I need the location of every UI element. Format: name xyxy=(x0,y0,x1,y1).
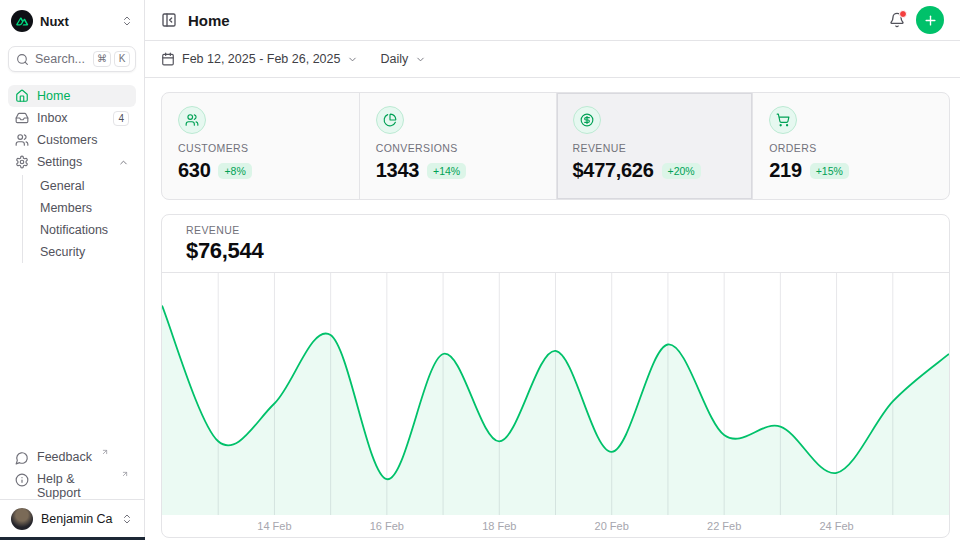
workspace-name: Nuxt xyxy=(40,14,114,29)
stat-label: CONVERSIONS xyxy=(376,142,540,154)
sidebar-item-feedback[interactable]: Feedback xyxy=(8,448,136,470)
filter-toolbar: Feb 12, 2025 - Feb 26, 2025 Daily xyxy=(145,41,960,78)
stat-value: $477,626 xyxy=(573,159,654,182)
external-link-icon xyxy=(101,448,109,456)
notifications-button[interactable] xyxy=(889,12,905,28)
sidebar-item-label: Inbox xyxy=(37,111,68,125)
kbd-k: K xyxy=(114,51,130,67)
sidebar-item-settings[interactable]: Settings xyxy=(8,151,136,173)
svg-text:20 Feb: 20 Feb xyxy=(595,520,629,532)
sidebar-item-notifications[interactable]: Notifications xyxy=(23,219,136,241)
sidebar-item-label: Settings xyxy=(37,155,82,169)
main-area: Home Feb 12, 2025 - Feb 26, 2025 xyxy=(145,0,960,540)
user-name: Benjamin Canac xyxy=(41,512,113,526)
svg-text:24 Feb: 24 Feb xyxy=(819,520,853,532)
revenue-chart[interactable]: 14 Feb16 Feb18 Feb20 Feb22 Feb24 Feb xyxy=(162,273,949,537)
workspace-selector[interactable]: Nuxt xyxy=(8,9,136,33)
stat-value: 630 xyxy=(178,159,210,182)
svg-text:18 Feb: 18 Feb xyxy=(482,520,516,532)
kbd-meta: ⌘ xyxy=(93,51,111,67)
inbox-count-badge: 4 xyxy=(113,111,129,126)
sidebar-item-label: Feedback xyxy=(37,450,92,464)
page-title: Home xyxy=(188,12,230,29)
stat-delta-badge: +15% xyxy=(810,163,849,179)
chat-bubble-icon xyxy=(15,451,29,465)
plus-icon xyxy=(923,13,938,28)
sidebar-item-label: Home xyxy=(37,89,70,103)
gear-icon xyxy=(15,155,29,169)
nuxt-logo-icon xyxy=(11,10,33,32)
stat-label: REVENUE xyxy=(573,142,737,154)
sidebar-item-customers[interactable]: Customers xyxy=(8,129,136,151)
stat-card-customers[interactable]: CUSTOMERS 630 +8% xyxy=(162,93,359,199)
inbox-icon xyxy=(15,111,29,125)
search-shortcut: ⌘ K xyxy=(93,51,130,67)
search-placeholder: Search... xyxy=(35,52,85,66)
svg-text:22 Feb: 22 Feb xyxy=(707,520,741,532)
stat-delta-badge: +8% xyxy=(218,163,251,179)
sidebar-item-label: Help & Support xyxy=(37,472,112,500)
date-range-label: Feb 12, 2025 - Feb 26, 2025 xyxy=(182,52,340,66)
app-window: Nuxt Search... ⌘ K Home xyxy=(0,0,960,540)
sidebar: Nuxt Search... ⌘ K Home xyxy=(0,0,145,540)
users-icon xyxy=(15,133,29,147)
external-link-icon xyxy=(121,470,129,478)
period-label: Daily xyxy=(380,52,408,66)
notification-dot xyxy=(899,10,907,18)
user-menu[interactable]: Benjamin Canac xyxy=(8,500,136,534)
sidebar-nav: Home Inbox 4 Customers Settings xyxy=(8,85,136,265)
sidebar-item-members[interactable]: Members xyxy=(23,197,136,219)
stat-value: 219 xyxy=(769,159,801,182)
chevron-down-icon xyxy=(415,54,426,65)
info-circle-icon xyxy=(15,473,29,487)
date-range-picker[interactable]: Feb 12, 2025 - Feb 26, 2025 xyxy=(161,52,358,66)
stat-card-revenue[interactable]: REVENUE $477,626 +20% xyxy=(556,93,753,199)
sidebar-item-home[interactable]: Home xyxy=(8,85,136,107)
sidebar-item-label: Customers xyxy=(37,133,97,147)
page-header: Home xyxy=(145,0,960,41)
period-select[interactable]: Daily xyxy=(380,52,426,66)
stat-value: 1343 xyxy=(376,159,419,182)
dollar-circle-icon xyxy=(580,113,594,127)
pie-chart-icon xyxy=(383,113,397,127)
settings-subnav: General Members Notifications Security xyxy=(22,175,136,263)
stat-label: ORDERS xyxy=(769,142,933,154)
sidebar-item-general[interactable]: General xyxy=(23,175,136,197)
stat-delta-badge: +20% xyxy=(662,163,701,179)
cart-icon xyxy=(776,113,790,127)
sidebar-item-security[interactable]: Security xyxy=(23,241,136,263)
revenue-chart-svg: 14 Feb16 Feb18 Feb20 Feb22 Feb24 Feb xyxy=(162,273,949,537)
chevrons-up-down-icon xyxy=(121,513,133,525)
collapse-sidebar-button[interactable] xyxy=(161,12,177,28)
dashboard-content: CUSTOMERS 630 +8% CONVERSIONS 1343 +14% xyxy=(145,78,960,540)
sidebar-item-help-support[interactable]: Help & Support xyxy=(8,470,136,492)
chart-metric-label: REVENUE xyxy=(186,224,925,236)
chart-header: REVENUE $76,544 xyxy=(162,215,949,273)
chevron-down-icon xyxy=(347,54,358,65)
chevron-up-icon xyxy=(118,157,129,168)
panel-left-close-icon xyxy=(161,12,177,28)
svg-text:14 Feb: 14 Feb xyxy=(257,520,291,532)
house-icon xyxy=(15,89,29,103)
calendar-icon xyxy=(161,52,175,66)
chart-metric-value: $76,544 xyxy=(186,239,925,263)
sidebar-item-inbox[interactable]: Inbox 4 xyxy=(8,107,136,129)
svg-text:16 Feb: 16 Feb xyxy=(370,520,404,532)
add-new-button[interactable] xyxy=(916,6,944,34)
stat-delta-badge: +14% xyxy=(427,163,466,179)
stat-label: CUSTOMERS xyxy=(178,142,343,154)
stat-card-orders[interactable]: ORDERS 219 +15% xyxy=(752,93,949,199)
search-input[interactable]: Search... ⌘ K xyxy=(8,46,136,72)
avatar xyxy=(11,508,33,530)
sidebar-spacer xyxy=(8,265,136,448)
chevrons-up-down-icon xyxy=(121,15,133,27)
users-icon xyxy=(185,113,199,127)
stat-card-conversions[interactable]: CONVERSIONS 1343 +14% xyxy=(359,93,556,199)
stats-row: CUSTOMERS 630 +8% CONVERSIONS 1343 +14% xyxy=(161,92,950,200)
revenue-chart-card: REVENUE $76,544 14 Feb16 Feb18 Feb20 Feb… xyxy=(161,214,950,538)
search-icon xyxy=(16,53,29,66)
